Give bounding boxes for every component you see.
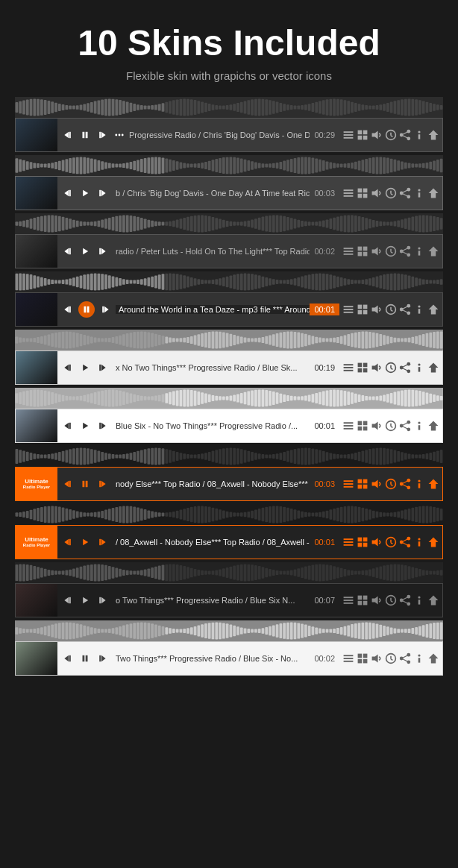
- expand-icon-1[interactable]: [427, 129, 439, 141]
- volume-icon-4[interactable]: [371, 304, 383, 315]
- clock-icon-10[interactable]: [385, 652, 397, 664]
- prev-button-6[interactable]: [62, 419, 75, 433]
- play-pause-button-10[interactable]: [78, 652, 92, 665]
- play-pause-button-9[interactable]: [78, 594, 92, 607]
- next-button-4[interactable]: [98, 303, 111, 316]
- clock-icon-7[interactable]: [385, 478, 397, 490]
- prev-button-7[interactable]: [62, 477, 75, 491]
- play-pause-button-4[interactable]: [78, 301, 95, 318]
- play-pause-button-8[interactable]: [78, 535, 92, 549]
- share-icon-4[interactable]: [399, 304, 411, 315]
- play-pause-button-1[interactable]: [78, 128, 92, 142]
- playlist-icon-9[interactable]: [342, 594, 354, 606]
- playlist-icon-1[interactable]: [342, 129, 354, 141]
- share-icon-3[interactable]: [399, 245, 411, 257]
- playlist-icon-10[interactable]: [342, 652, 354, 664]
- clock-icon-1[interactable]: [385, 129, 397, 141]
- expand-icon-3[interactable]: [427, 245, 439, 257]
- playlist-icon-4[interactable]: [342, 304, 354, 315]
- share-icon-5[interactable]: [399, 362, 411, 374]
- play-pause-button-6[interactable]: [78, 419, 92, 433]
- info-icon-5[interactable]: [413, 362, 425, 374]
- next-button-9[interactable]: [95, 594, 108, 607]
- share-icon-8[interactable]: [399, 536, 411, 548]
- play-pause-button-5[interactable]: [78, 361, 92, 374]
- grid-icon-8[interactable]: [357, 536, 368, 548]
- info-icon-4[interactable]: [413, 304, 425, 315]
- clock-icon-6[interactable]: [385, 420, 397, 432]
- grid-icon-4[interactable]: [357, 304, 368, 315]
- grid-icon-7[interactable]: [357, 478, 368, 490]
- prev-button-8[interactable]: [62, 535, 75, 549]
- grid-icon-10[interactable]: [357, 652, 368, 664]
- prev-button-4[interactable]: [62, 303, 75, 316]
- expand-icon-2[interactable]: [427, 187, 439, 199]
- play-pause-button-3[interactable]: [78, 245, 92, 258]
- clock-icon-3[interactable]: [385, 245, 397, 257]
- expand-icon-5[interactable]: [427, 362, 439, 374]
- grid-icon-2[interactable]: [357, 187, 368, 199]
- volume-icon-3[interactable]: [371, 245, 383, 257]
- playlist-icon-7[interactable]: [342, 478, 354, 490]
- playlist-icon-5[interactable]: [342, 362, 354, 374]
- grid-icon-3[interactable]: [357, 245, 368, 257]
- playlist-icon-8[interactable]: [342, 536, 354, 548]
- info-icon-6[interactable]: [413, 420, 425, 432]
- volume-icon-9[interactable]: [371, 594, 383, 606]
- clock-icon-8[interactable]: [385, 536, 397, 548]
- next-button-8[interactable]: [95, 535, 108, 549]
- prev-button-5[interactable]: [62, 361, 75, 374]
- play-pause-button-7[interactable]: [78, 477, 92, 491]
- share-icon-9[interactable]: [399, 594, 411, 606]
- info-icon-7[interactable]: [413, 478, 425, 490]
- info-icon-9[interactable]: [413, 594, 425, 606]
- next-button-1[interactable]: [95, 128, 108, 142]
- share-icon-2[interactable]: [399, 187, 411, 199]
- info-icon-1[interactable]: [413, 129, 425, 141]
- expand-icon-6[interactable]: [427, 420, 439, 432]
- grid-icon-1[interactable]: [357, 129, 368, 141]
- info-icon-2[interactable]: [413, 187, 425, 199]
- playlist-icon-6[interactable]: [342, 420, 354, 432]
- clock-icon-9[interactable]: [385, 594, 397, 606]
- prev-button-1[interactable]: [62, 128, 75, 142]
- next-button-6[interactable]: [95, 419, 108, 433]
- clock-icon-5[interactable]: [385, 362, 397, 374]
- grid-icon-9[interactable]: [357, 594, 368, 606]
- clock-icon-4[interactable]: [385, 304, 397, 315]
- share-icon-6[interactable]: [399, 420, 411, 432]
- expand-icon-4[interactable]: [427, 304, 439, 315]
- more-button-1[interactable]: [113, 128, 126, 142]
- expand-icon-8[interactable]: [427, 536, 439, 548]
- share-icon-10[interactable]: [399, 652, 411, 664]
- info-icon-10[interactable]: [413, 652, 425, 664]
- playlist-icon-2[interactable]: [342, 187, 354, 199]
- volume-icon-2[interactable]: [371, 187, 383, 199]
- expand-icon-7[interactable]: [427, 478, 439, 490]
- prev-button-10[interactable]: [62, 652, 75, 665]
- expand-icon-9[interactable]: [427, 594, 439, 606]
- play-pause-button-2[interactable]: [78, 186, 92, 200]
- next-button-5[interactable]: [95, 361, 108, 374]
- volume-icon-10[interactable]: [371, 652, 383, 664]
- next-button-10[interactable]: [95, 652, 108, 665]
- volume-icon-1[interactable]: [371, 129, 383, 141]
- info-icon-3[interactable]: [413, 245, 425, 257]
- playlist-icon-3[interactable]: [342, 245, 354, 257]
- grid-icon-5[interactable]: [357, 362, 368, 374]
- next-button-7[interactable]: [95, 477, 108, 491]
- share-icon-1[interactable]: [399, 129, 411, 141]
- grid-icon-6[interactable]: [357, 420, 368, 432]
- prev-button-3[interactable]: [62, 245, 75, 258]
- prev-button-9[interactable]: [62, 594, 75, 607]
- clock-icon-2[interactable]: [385, 187, 397, 199]
- expand-icon-10[interactable]: [427, 652, 439, 664]
- info-icon-8[interactable]: [413, 536, 425, 548]
- volume-icon-6[interactable]: [371, 420, 383, 432]
- volume-icon-5[interactable]: [371, 362, 383, 374]
- volume-icon-8[interactable]: [371, 536, 383, 548]
- prev-button-2[interactable]: [62, 186, 75, 200]
- next-button-3[interactable]: [95, 245, 108, 258]
- volume-icon-7[interactable]: [371, 478, 383, 490]
- next-button-2[interactable]: [95, 186, 108, 200]
